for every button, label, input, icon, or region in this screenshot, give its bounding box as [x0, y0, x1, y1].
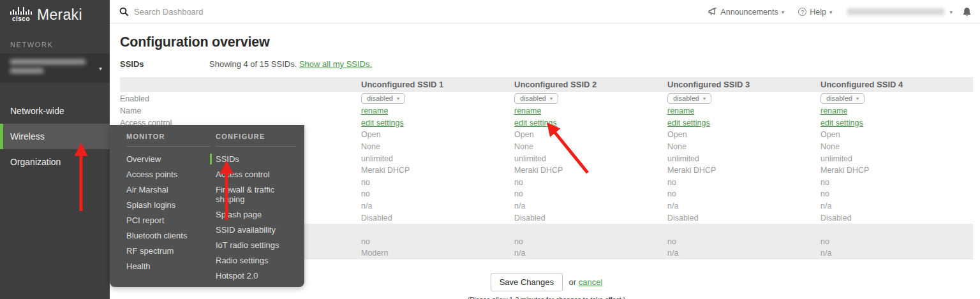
- flyout-monitor-column: MONITOR OverviewAccess pointsAir Marshal…: [126, 133, 211, 277]
- search-input[interactable]: [134, 7, 325, 17]
- table-cell-value: no: [820, 189, 973, 198]
- configure-items: SSIDsAccess controlFirewall & traffic sh…: [216, 154, 296, 281]
- edit-settings-link[interactable]: edit settings: [667, 119, 710, 128]
- table-cell: edit settings: [820, 119, 973, 128]
- flyout-item-rf-spectrum[interactable]: RF spectrum: [126, 246, 211, 256]
- sidebar-item-organization[interactable]: Organization: [0, 149, 110, 175]
- table-cell-value: Disabled: [667, 214, 820, 222]
- table-cell-value: no: [514, 189, 667, 198]
- table-cell-value: None: [514, 142, 667, 151]
- table-cell-value: unlimited: [667, 154, 820, 163]
- rename-link[interactable]: rename: [514, 106, 541, 115]
- network-selector[interactable]: ▾: [0, 54, 110, 83]
- flyout-item-health[interactable]: Health: [126, 261, 211, 271]
- table-cell-value: Meraki DHCP: [820, 166, 973, 175]
- save-changes-button[interactable]: Save Changes: [491, 273, 563, 291]
- flyout-item-access-points[interactable]: Access points: [126, 170, 211, 179]
- table-cell-value: Open: [820, 130, 973, 139]
- ssids-meta-row: SSIDs Showing 4 of 15 SSIDs. Show all my…: [120, 59, 973, 69]
- table-cell: rename: [667, 106, 820, 115]
- configure-heading: CONFIGURE: [216, 133, 296, 147]
- table-cell-value: no: [361, 178, 514, 187]
- ssid-enabled-dropdown[interactable]: disabled▾: [514, 93, 558, 104]
- chevron-down-icon: ▾: [829, 9, 833, 15]
- flyout-item-splash-logins[interactable]: Splash logins: [126, 200, 211, 210]
- row-label: Enabled: [120, 94, 361, 103]
- flyout-item-overview[interactable]: Overview: [126, 154, 211, 164]
- chevron-down-icon: ▾: [949, 9, 953, 15]
- flyout-item-ssids[interactable]: SSIDs: [216, 154, 296, 164]
- announcements-label: Announcements: [720, 8, 778, 17]
- cisco-logo-icon: cisco: [10, 6, 32, 22]
- table-cell: rename: [361, 106, 514, 115]
- table-cell-value: None: [667, 142, 820, 151]
- flyout-item-ssid-availability[interactable]: SSID availability: [216, 225, 296, 235]
- table-cell: disabled▾: [514, 93, 667, 104]
- announcements-menu[interactable]: Announcements ▾: [708, 8, 784, 17]
- table-cell-value: Meraki DHCP: [514, 166, 667, 175]
- table-cell-value: Open: [667, 130, 820, 139]
- flyout-configure-column: CONFIGURE SSIDsAccess controlFirewall & …: [216, 133, 296, 286]
- table-cell-value: no: [667, 178, 820, 187]
- topbar-right: Announcements ▾ ? Help ▾ ▾: [708, 0, 972, 24]
- ssid-enabled-dropdown[interactable]: disabled▾: [820, 93, 865, 104]
- chevron-down-icon: ▾: [703, 96, 706, 101]
- ssid-enabled-dropdown[interactable]: disabled▾: [361, 93, 405, 104]
- flyout-item-bluetooth-clients[interactable]: Bluetooth clients: [126, 231, 211, 240]
- help-icon: ?: [798, 8, 806, 16]
- edit-settings-link[interactable]: edit settings: [361, 119, 404, 128]
- table-cell: edit settings: [361, 119, 514, 128]
- table-row: Namerenamerenamerenamerename: [120, 105, 973, 117]
- flyout-item-pci-report[interactable]: PCI report: [126, 215, 211, 225]
- ssid-enabled-dropdown[interactable]: disabled▾: [667, 93, 711, 104]
- account-name-redacted[interactable]: [847, 8, 944, 15]
- sidebar-item-wireless[interactable]: Wireless: [0, 124, 110, 149]
- monitor-heading: MONITOR: [126, 133, 211, 147]
- table-cell-value: no: [361, 189, 514, 198]
- table-cell-value: no: [361, 237, 514, 246]
- show-all-ssids-link[interactable]: Show all my SSIDs.: [299, 59, 372, 69]
- row-label: Name: [120, 106, 361, 115]
- rename-link[interactable]: rename: [667, 106, 694, 115]
- topbar: Announcements ▾ ? Help ▾ ▾: [110, 0, 980, 24]
- meraki-logo: cisco Meraki: [10, 6, 82, 22]
- table-cell-value: None: [820, 142, 973, 151]
- cancel-link[interactable]: cancel: [579, 277, 603, 287]
- flyout-item-air-marshal[interactable]: Air Marshal: [126, 185, 211, 194]
- column-header: Unconfigured SSID 4: [820, 80, 973, 89]
- flyout-item-access-control[interactable]: Access control: [216, 170, 296, 179]
- table-cell: edit settings: [514, 119, 667, 128]
- table-cell-value: None: [361, 142, 514, 151]
- network-name-redacted: [10, 59, 85, 64]
- monitor-items: OverviewAccess pointsAir MarshalSplash l…: [126, 154, 211, 271]
- ssids-label: SSIDs: [120, 59, 209, 69]
- rename-link[interactable]: rename: [361, 106, 388, 115]
- active-indicator: [210, 154, 212, 164]
- table-header-row: Unconfigured SSID 1Unconfigured SSID 2Un…: [120, 77, 973, 92]
- flyout-item-iot-radio-settings[interactable]: IoT radio settings: [216, 240, 296, 250]
- table-cell-value: no: [820, 237, 973, 246]
- edit-settings-link[interactable]: edit settings: [514, 119, 557, 128]
- dropdown-value: disabled: [367, 94, 393, 102]
- search-bar: [110, 7, 325, 17]
- table-cell: rename: [820, 106, 973, 115]
- column-header: Unconfigured SSID 1: [361, 80, 514, 89]
- table-cell: rename: [514, 106, 667, 115]
- flyout-item-firewall-traffic-shaping[interactable]: Firewall & traffic shaping: [216, 185, 296, 204]
- chevron-down-icon: ▾: [550, 96, 553, 101]
- table-cell-value: n/a: [514, 249, 667, 258]
- help-menu[interactable]: ? Help ▾: [798, 8, 832, 17]
- sidebar-item-network-wide[interactable]: Network-wide: [0, 98, 110, 124]
- table-cell-value: n/a: [361, 201, 514, 210]
- column-header: Unconfigured SSID 2: [514, 80, 667, 89]
- flyout-item-splash-page[interactable]: Splash page: [216, 210, 296, 219]
- notifications-bell-icon[interactable]: [961, 6, 972, 18]
- table-cell-value: no: [514, 178, 667, 187]
- edit-settings-link[interactable]: edit settings: [820, 119, 863, 128]
- table-cell-value: n/a: [820, 249, 973, 258]
- table-cell-value: Disabled: [361, 214, 514, 222]
- table-cell-value: Disabled: [514, 214, 667, 222]
- flyout-item-hotspot-2-0[interactable]: Hotspot 2.0: [216, 271, 296, 281]
- rename-link[interactable]: rename: [820, 106, 847, 115]
- flyout-item-radio-settings[interactable]: Radio settings: [216, 256, 296, 265]
